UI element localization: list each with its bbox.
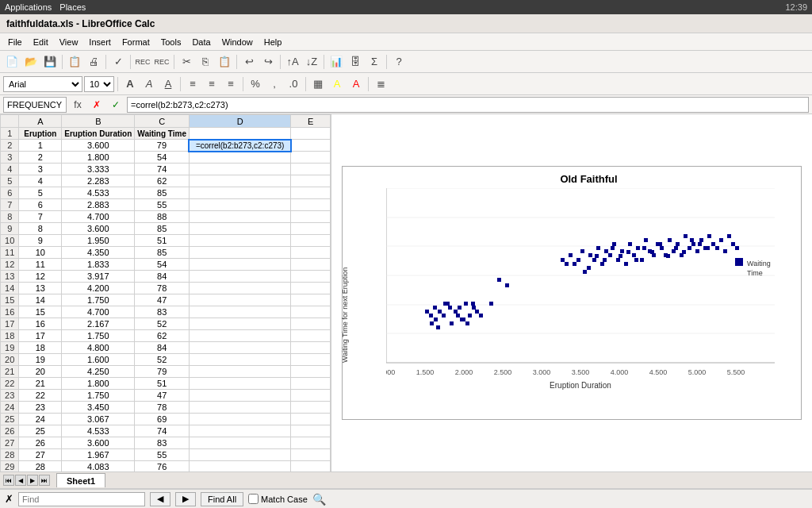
menu-edit[interactable]: Edit bbox=[29, 36, 53, 48]
thousands-button[interactable]: , bbox=[266, 75, 283, 93]
svg-rect-65 bbox=[616, 258, 620, 262]
find-all-button[interactable]: Find All bbox=[201, 492, 243, 506]
svg-rect-34 bbox=[454, 310, 458, 314]
table-row: 1091.95051 bbox=[1, 235, 331, 247]
match-case-checkbox[interactable] bbox=[248, 494, 259, 504]
copy-button[interactable]: ⎘ bbox=[197, 53, 214, 71]
find-input[interactable] bbox=[18, 492, 145, 506]
font-selector[interactable]: Arial bbox=[3, 76, 82, 92]
svg-rect-38 bbox=[468, 314, 472, 318]
cell-reference-input[interactable]: FREQUENCY bbox=[3, 97, 67, 113]
menu-tools[interactable]: Tools bbox=[156, 36, 186, 48]
undo-button[interactable]: ↩ bbox=[240, 53, 258, 71]
svg-rect-67 bbox=[624, 262, 628, 266]
sheet-nav[interactable]: ⏮ ◀ ▶ ⏭ bbox=[0, 475, 53, 486]
svg-rect-62 bbox=[604, 249, 608, 253]
col-header-D[interactable]: D bbox=[189, 115, 290, 128]
svg-rect-46 bbox=[436, 325, 440, 329]
bold-button[interactable]: A bbox=[121, 75, 139, 93]
decimal-add-button[interactable]: .0 bbox=[285, 75, 302, 93]
chart-button[interactable]: 📊 bbox=[327, 53, 345, 71]
svg-text:1.000: 1.000 bbox=[386, 368, 395, 376]
svg-rect-76 bbox=[660, 246, 664, 250]
sheet-nav-prev[interactable]: ◀ bbox=[15, 475, 26, 486]
styles-button[interactable]: ≣ bbox=[372, 75, 389, 93]
col-header-C[interactable]: C bbox=[135, 115, 190, 128]
new-button[interactable]: 📄 bbox=[3, 53, 21, 71]
sheet-tab-sheet1[interactable]: Sheet1 bbox=[56, 473, 105, 487]
formula-button[interactable]: Σ bbox=[366, 53, 383, 71]
percent-button[interactable]: % bbox=[247, 75, 264, 93]
db-button[interactable]: 🗄 bbox=[347, 53, 364, 71]
svg-rect-26 bbox=[425, 310, 429, 314]
cut-button[interactable]: ✂ bbox=[178, 53, 195, 71]
border-button[interactable]: ▦ bbox=[309, 75, 327, 93]
align-center-button[interactable]: ≡ bbox=[203, 75, 220, 93]
top-menu-applications[interactable]: Applications bbox=[5, 2, 52, 12]
sort-desc-button[interactable]: ↓Z bbox=[303, 53, 320, 71]
menu-file[interactable]: File bbox=[3, 36, 27, 48]
spell-button[interactable]: ✓ bbox=[109, 53, 127, 71]
rec1-button[interactable]: REC bbox=[134, 53, 151, 71]
menu-help[interactable]: Help bbox=[259, 36, 287, 48]
svg-rect-53 bbox=[561, 258, 565, 262]
save-button[interactable]: 💾 bbox=[41, 53, 59, 71]
align-right-button[interactable]: ≡ bbox=[222, 75, 239, 93]
font-color-button[interactable]: A bbox=[347, 75, 365, 93]
col-header-A[interactable]: A bbox=[19, 115, 62, 128]
svg-rect-27 bbox=[429, 314, 433, 318]
italic-button[interactable]: A bbox=[140, 75, 158, 93]
menu-view[interactable]: View bbox=[55, 36, 83, 48]
toolbar-separator bbox=[236, 55, 237, 69]
pdf-button[interactable]: 📋 bbox=[66, 53, 83, 71]
print-button[interactable]: 🖨 bbox=[85, 53, 102, 71]
svg-rect-90 bbox=[715, 246, 719, 250]
toolbar-separator bbox=[305, 77, 306, 91]
sheet-nav-next[interactable]: ▶ bbox=[27, 475, 38, 486]
function-wizard-button[interactable]: fx bbox=[70, 97, 86, 113]
top-bar: Applications Places 12:39 bbox=[0, 0, 812, 14]
sheet-table: A B C D E 1 Eruption Eruption Duration W… bbox=[0, 114, 331, 471]
menu-window[interactable]: Window bbox=[217, 36, 258, 48]
svg-rect-47 bbox=[448, 306, 452, 310]
table-row: 23221.75047 bbox=[1, 390, 331, 402]
find-prev-button[interactable]: ◀ bbox=[150, 492, 170, 506]
svg-rect-93 bbox=[727, 234, 731, 238]
top-menu-places[interactable]: Places bbox=[59, 2, 86, 12]
menu-format[interactable]: Format bbox=[117, 36, 155, 48]
underline-button[interactable]: A bbox=[159, 75, 177, 93]
align-left-button[interactable]: ≡ bbox=[184, 75, 201, 93]
col-header-E[interactable]: E bbox=[291, 115, 331, 128]
svg-rect-29 bbox=[434, 318, 438, 321]
svg-rect-86 bbox=[699, 238, 703, 242]
find-next-button[interactable]: ▶ bbox=[175, 492, 196, 506]
table-row: 27263.60083 bbox=[1, 437, 331, 449]
svg-rect-101 bbox=[611, 246, 615, 250]
formula-input[interactable]: =correl(b2:b273,c2:c273) bbox=[127, 97, 809, 113]
col-header-row bbox=[1, 115, 19, 128]
sort-asc-button[interactable]: ↑A bbox=[284, 53, 301, 71]
find-close-button[interactable]: ✗ bbox=[5, 493, 13, 505]
formula-cancel-button[interactable]: ✗ bbox=[89, 97, 105, 113]
font-size-selector[interactable]: 10 bbox=[84, 76, 114, 92]
svg-rect-56 bbox=[580, 249, 584, 253]
paste-button[interactable]: 📋 bbox=[216, 53, 233, 71]
svg-rect-37 bbox=[464, 302, 468, 306]
col-header-B[interactable]: B bbox=[62, 115, 135, 128]
open-button[interactable]: 📂 bbox=[22, 53, 40, 71]
menu-insert[interactable]: Insert bbox=[84, 36, 116, 48]
help-button[interactable]: ? bbox=[390, 53, 408, 71]
sheet-nav-last[interactable]: ⏭ bbox=[39, 475, 50, 486]
redo-button[interactable]: ↪ bbox=[259, 53, 277, 71]
svg-rect-95 bbox=[735, 246, 739, 250]
svg-rect-71 bbox=[640, 258, 644, 262]
rec2-button[interactable]: REC bbox=[153, 53, 170, 71]
sheet-nav-first[interactable]: ⏮ bbox=[3, 475, 14, 486]
svg-text:3.000: 3.000 bbox=[533, 368, 551, 376]
toolbar2: Arial 10 A A A ≡ ≡ ≡ % , .0 ▦ A A ≣ bbox=[0, 73, 812, 95]
bg-color-button[interactable]: A bbox=[328, 75, 346, 93]
menu-data[interactable]: Data bbox=[187, 36, 215, 48]
formula-accept-button[interactable]: ✓ bbox=[108, 97, 124, 113]
find-options-button[interactable]: 🔍 bbox=[312, 493, 326, 506]
match-case-label[interactable]: Match Case bbox=[248, 494, 308, 504]
